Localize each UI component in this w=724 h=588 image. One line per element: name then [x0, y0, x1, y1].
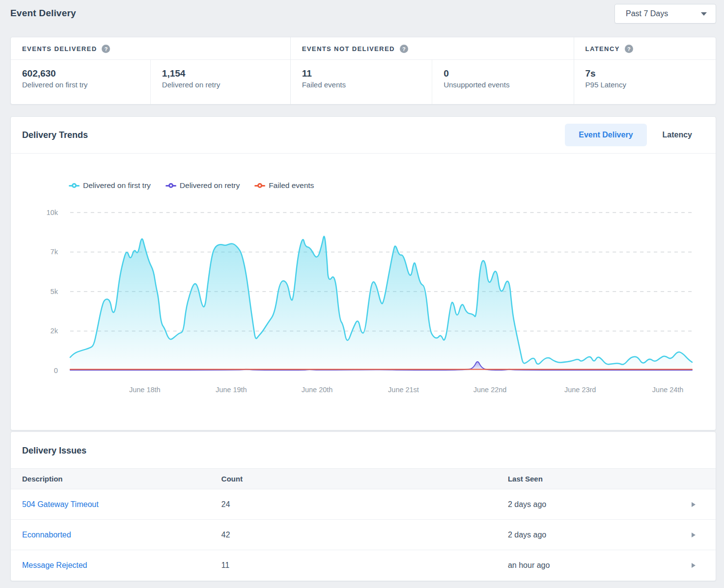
delivery-issues-card: Delivery Issues Description Count Last S…: [10, 431, 716, 581]
column-header-description: Description: [22, 475, 222, 483]
legend-label: Failed events: [269, 181, 314, 190]
chevron-down-icon: [701, 12, 707, 16]
svg-text:June 22nd: June 22nd: [473, 386, 507, 394]
svg-text:June 24th: June 24th: [652, 386, 684, 394]
svg-text:5k: 5k: [51, 288, 58, 295]
issue-count: 11: [222, 561, 508, 570]
page-title: Event Delivery: [10, 8, 76, 19]
issue-link[interactable]: 504 Gateway Timeout: [22, 500, 222, 509]
tab-latency[interactable]: Latency: [649, 124, 706, 146]
stat-label: Unsupported events: [444, 80, 562, 89]
help-icon[interactable]: [400, 45, 408, 53]
table-row: 504 Gateway Timeout 24 2 days ago: [11, 489, 716, 520]
stats-group-events-delivered: EVENTS DELIVERED 602,630 Delivered on fi…: [11, 37, 291, 104]
table-header-row: Description Count Last Seen: [11, 468, 716, 489]
chevron-right-icon[interactable]: [690, 561, 697, 570]
svg-text:June 21st: June 21st: [388, 386, 419, 394]
svg-text:0: 0: [54, 367, 58, 374]
issue-count: 42: [222, 531, 508, 539]
svg-text:7k: 7k: [51, 248, 58, 256]
stats-group-events-not-delivered: EVENTS NOT DELIVERED 11 Failed events 0 …: [291, 37, 574, 104]
stat-unsupported-events: 0 Unsupported events: [432, 60, 573, 104]
stat-failed-events: 11 Failed events: [291, 60, 432, 104]
issue-link[interactable]: Econnaborted: [22, 531, 222, 539]
date-range-select[interactable]: Past 7 Days: [614, 4, 716, 24]
trends-tab-bar: Event Delivery Latency: [565, 124, 706, 146]
column-header-last-seen: Last Seen: [508, 475, 704, 483]
svg-text:June 19th: June 19th: [216, 386, 247, 394]
delivery-trends-title: Delivery Trends: [22, 130, 88, 140]
stats-group-title: EVENTS NOT DELIVERED: [302, 45, 395, 53]
stat-p95-latency: 7s P95 Latency: [574, 60, 716, 104]
line-dot-icon: [69, 183, 80, 188]
stat-value: 7s: [585, 68, 704, 79]
tab-event-delivery[interactable]: Event Delivery: [565, 124, 646, 146]
delivery-trends-card: Delivery Trends Event Delivery Latency D…: [10, 116, 716, 430]
legend-label: Delivered on retry: [180, 181, 240, 190]
line-dot-icon: [166, 183, 176, 188]
chart-legend: Delivered on first try Delivered on retr…: [69, 181, 716, 190]
legend-item-delivered-retry[interactable]: Delivered on retry: [166, 181, 240, 190]
stat-label: P95 Latency: [585, 80, 704, 89]
column-header-count: Count: [222, 475, 508, 483]
stat-delivered-retry: 1,154 Delivered on retry: [150, 60, 290, 104]
stat-label: Delivered on first try: [22, 80, 139, 89]
stat-value: 602,630: [22, 68, 139, 79]
legend-label: Delivered on first try: [83, 181, 151, 190]
table-row: Message Rejected 11 an hour ago: [11, 550, 716, 581]
page-header: Event Delivery Past 7 Days: [10, 0, 716, 24]
svg-text:2k: 2k: [51, 327, 58, 335]
table-row: Econnaborted 42 2 days ago: [11, 520, 716, 550]
issue-last-seen: 2 days ago: [508, 531, 546, 539]
help-icon[interactable]: [625, 45, 633, 53]
svg-text:10k: 10k: [47, 209, 58, 216]
issue-last-seen: an hour ago: [508, 561, 550, 570]
stat-delivered-first-try: 602,630 Delivered on first try: [11, 60, 150, 104]
issue-last-seen: 2 days ago: [508, 500, 546, 509]
legend-item-delivered-first-try[interactable]: Delivered on first try: [69, 181, 151, 190]
stats-group-title: EVENTS DELIVERED: [22, 45, 97, 53]
chevron-right-icon[interactable]: [690, 531, 697, 539]
svg-text:June 23rd: June 23rd: [564, 386, 596, 394]
svg-text:June 18th: June 18th: [129, 386, 161, 394]
issue-link[interactable]: Message Rejected: [22, 561, 222, 570]
svg-text:June 20th: June 20th: [302, 386, 333, 394]
stat-value: 1,154: [162, 68, 279, 79]
area-chart: 10k7k5k2k0June 18thJune 19thJune 20thJun…: [11, 203, 716, 411]
issue-count: 24: [222, 500, 508, 509]
stats-summary-card: EVENTS DELIVERED 602,630 Delivered on fi…: [10, 37, 716, 105]
date-range-value: Past 7 Days: [626, 9, 668, 18]
help-icon[interactable]: [102, 45, 110, 53]
stats-group-latency: LATENCY 7s P95 Latency: [574, 37, 716, 104]
stat-label: Failed events: [302, 80, 420, 89]
delivery-issues-table: Description Count Last Seen 504 Gateway …: [11, 468, 716, 581]
stats-group-title: LATENCY: [585, 45, 620, 53]
chevron-right-icon[interactable]: [690, 500, 697, 509]
stat-label: Delivered on retry: [162, 80, 279, 89]
legend-item-failed-events[interactable]: Failed events: [254, 181, 314, 190]
line-dot-icon: [254, 183, 265, 188]
delivery-trends-chart: Delivered on first try Delivered on retr…: [11, 181, 716, 430]
stat-value: 11: [302, 68, 420, 79]
stat-value: 0: [444, 68, 562, 79]
delivery-issues-title: Delivery Issues: [11, 432, 716, 468]
